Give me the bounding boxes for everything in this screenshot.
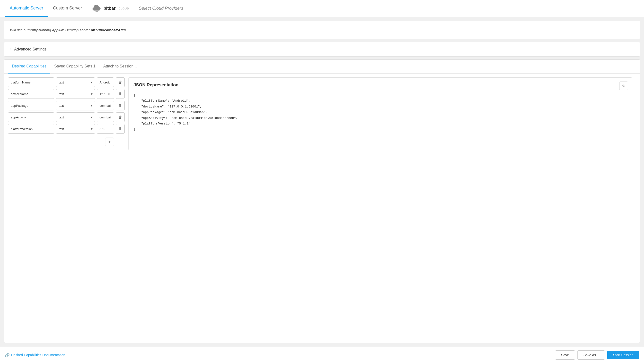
cap-row-device-name: text boolean number 🗑 xyxy=(8,89,124,99)
cap-row-app-activity: text boolean number 🗑 xyxy=(8,112,124,122)
docs-link[interactable]: 🔗 Desired Capabilities Documentation xyxy=(5,353,65,358)
cap-name-apppackage[interactable] xyxy=(8,101,54,110)
cap-name-appactivity[interactable] xyxy=(8,112,54,122)
capabilities-section: Desired Capabilities Saved Capability Se… xyxy=(4,59,640,343)
tab-automatic-label: Automatic Server xyxy=(10,5,43,11)
tab-desired-capabilities[interactable]: Desired Capabilities xyxy=(8,60,50,73)
tab-saved-capability-sets[interactable]: Saved Capability Sets 1 xyxy=(50,60,99,73)
start-session-button-label: Start Session xyxy=(613,353,633,357)
cap-type-select-platformname[interactable]: text boolean number xyxy=(56,77,95,87)
delete-btn-appactivity[interactable]: 🗑 xyxy=(116,112,124,122)
tab-automatic-server[interactable]: Automatic Server xyxy=(5,0,48,17)
tab-bitbar-label: bitbar. xyxy=(104,6,116,11)
json-code-display: { "platformName": "Android", "deviceName… xyxy=(134,92,627,132)
cap-name-devicename[interactable] xyxy=(8,89,54,99)
main-content: Will use currently-running Appium Deskto… xyxy=(0,17,644,347)
sub-tabs: Desired Capabilities Saved Capability Se… xyxy=(4,60,640,73)
attach-session-tab-label: Attach to Session... xyxy=(103,64,137,68)
save-button-label: Save xyxy=(561,353,569,357)
advanced-settings-label: Advanced Settings xyxy=(14,47,46,51)
save-as-button-label: Save As... xyxy=(584,353,599,357)
start-session-button[interactable]: Start Session xyxy=(607,351,639,359)
tab-custom-label: Custom Server xyxy=(53,5,82,11)
capability-rows: text boolean number 🗑 text boolean xyxy=(8,77,124,150)
footer-buttons: Save Save As... Start Session xyxy=(555,350,639,360)
footer: 🔗 Desired Capabilities Documentation Sav… xyxy=(0,347,644,363)
svg-point-0 xyxy=(96,11,98,12)
json-panel: JSON Representation ✎ { "platformName": … xyxy=(128,77,632,150)
cap-type-select-appactivity[interactable]: text boolean number xyxy=(56,112,95,122)
info-text-prefix: Will use currently-running Appium Deskto… xyxy=(10,28,91,32)
cap-value-appactivity[interactable] xyxy=(97,112,114,122)
cap-type-select-apppackage[interactable]: text boolean number xyxy=(56,101,95,110)
cap-value-devicename[interactable] xyxy=(97,89,114,99)
cap-type-wrapper-platformname: text boolean number xyxy=(56,77,95,87)
cap-type-wrapper-devicename: text boolean number xyxy=(56,89,95,99)
delete-btn-platformversion[interactable]: 🗑 xyxy=(116,124,124,134)
info-url: http://localhost:4723 xyxy=(91,28,126,32)
bitbar-cloud-icon xyxy=(92,5,102,12)
chevron-right-icon: › xyxy=(10,47,11,51)
saved-caps-tab-label: Saved Capability Sets 1 xyxy=(54,64,96,68)
desired-caps-tab-label: Desired Capabilities xyxy=(12,64,46,68)
caps-content: text boolean number 🗑 text boolean xyxy=(4,73,640,154)
cap-type-wrapper-platformversion: text boolean number xyxy=(56,124,95,134)
tab-custom-server[interactable]: Custom Server xyxy=(48,0,87,17)
cap-value-platformname[interactable] xyxy=(97,77,114,87)
cap-value-apppackage[interactable] xyxy=(97,101,114,110)
delete-btn-apppackage[interactable]: 🗑 xyxy=(116,101,124,110)
tab-attach-session[interactable]: Attach to Session... xyxy=(99,60,140,73)
bitbar-cloud-text: CLOUD xyxy=(118,7,129,10)
cap-type-wrapper-appactivity: text boolean number xyxy=(56,112,95,122)
tab-bitbar[interactable]: bitbar. CLOUD xyxy=(87,5,134,12)
save-as-button[interactable]: Save As... xyxy=(578,350,605,360)
server-info-box: Will use currently-running Appium Deskto… xyxy=(4,21,640,39)
cap-type-select-devicename[interactable]: text boolean number xyxy=(56,89,95,99)
delete-btn-devicename[interactable]: 🗑 xyxy=(116,89,124,99)
cap-name-platformversion[interactable] xyxy=(8,124,54,134)
json-panel-container: JSON Representation ✎ { "platformName": … xyxy=(124,77,636,150)
cap-value-platformversion[interactable] xyxy=(97,124,114,134)
add-capability-button[interactable]: + xyxy=(105,138,114,146)
json-edit-button[interactable]: ✎ xyxy=(619,81,628,90)
advanced-settings-panel[interactable]: › Advanced Settings xyxy=(4,42,640,56)
cap-row-app-package: text boolean number 🗑 xyxy=(8,101,124,110)
json-panel-title: JSON Representation xyxy=(134,82,627,88)
cap-type-wrapper-apppackage: text boolean number xyxy=(56,101,95,110)
cap-type-select-platformversion[interactable]: text boolean number xyxy=(56,124,95,134)
save-button[interactable]: Save xyxy=(555,350,575,360)
top-nav: Automatic Server Custom Server bitbar. C… xyxy=(0,0,644,17)
link-icon: 🔗 xyxy=(5,353,10,358)
cap-row-platform-version: text boolean number 🗑 xyxy=(8,124,124,134)
cap-name-platformname[interactable] xyxy=(8,77,54,87)
tab-cloud-providers[interactable]: Select Cloud Providers xyxy=(134,6,188,11)
delete-btn-platformname[interactable]: 🗑 xyxy=(116,77,124,87)
tab-cloud-label: Select Cloud Providers xyxy=(139,6,183,11)
add-row-container: + xyxy=(8,137,124,146)
docs-link-text: Desired Capabilities Documentation xyxy=(11,353,65,357)
cap-row-platform-name: text boolean number 🗑 xyxy=(8,77,124,87)
